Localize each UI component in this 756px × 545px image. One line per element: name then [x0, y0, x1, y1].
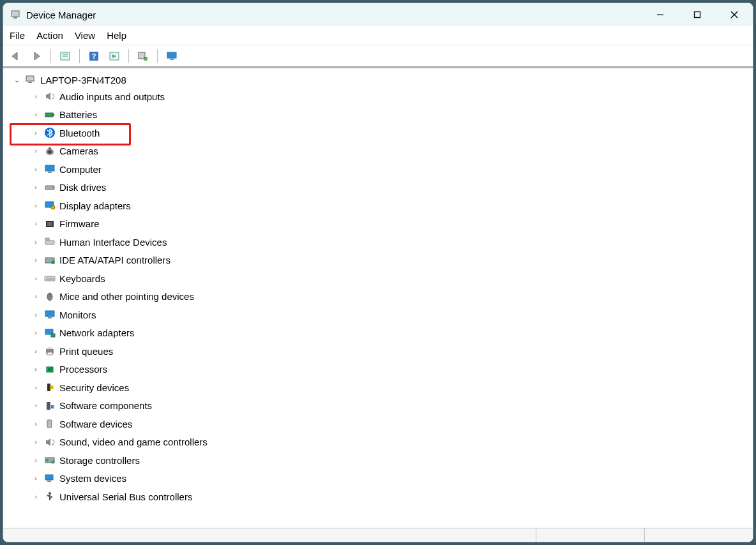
menu-file[interactable]: File: [10, 30, 25, 41]
hid-icon: [43, 235, 57, 248]
tree-category-usb[interactable]: ›Universal Serial Bus controllers: [6, 488, 753, 506]
back-button[interactable]: [7, 48, 25, 64]
svg-rect-17: [170, 59, 174, 60]
toolbar-separator: [157, 49, 158, 63]
toolbar-separator: [79, 49, 80, 63]
storage-icon: [43, 454, 57, 467]
menu-action[interactable]: Action: [36, 30, 63, 41]
chevron-right-icon[interactable]: ›: [31, 382, 40, 394]
system-icon: [43, 472, 57, 485]
tree-category-system[interactable]: ›System devices: [6, 470, 753, 488]
chevron-right-icon[interactable]: ›: [31, 181, 40, 193]
scan-hardware-button[interactable]: +: [134, 48, 152, 64]
tree-category-swcomp[interactable]: ›+Software components: [6, 397, 753, 415]
tree-category-mouse[interactable]: ›Mice and other pointing devices: [6, 288, 753, 306]
chevron-right-icon[interactable]: ›: [31, 108, 40, 121]
svg-rect-0: [11, 11, 19, 17]
chevron-right-icon[interactable]: ›: [31, 327, 40, 339]
security-icon: [43, 381, 57, 394]
svg-point-60: [52, 461, 55, 464]
tree-category-camera[interactable]: ›Cameras: [6, 142, 753, 161]
minimize-button[interactable]: [642, 3, 679, 26]
chevron-right-icon[interactable]: ›: [31, 91, 40, 103]
chevron-right-icon[interactable]: ›: [31, 127, 40, 139]
tree-category-security[interactable]: ›Security devices: [6, 378, 753, 397]
tree-category-bluetooth[interactable]: ›Bluetooth: [6, 124, 753, 142]
category-label: Universal Serial Bus controllers: [59, 489, 192, 505]
category-label: Print queues: [59, 343, 113, 360]
cpu-icon: [43, 363, 57, 376]
chevron-down-icon[interactable]: ⌄: [12, 76, 21, 84]
app-icon: [10, 9, 21, 20]
chevron-right-icon[interactable]: ›: [31, 272, 40, 285]
tree-category-display[interactable]: ›Display adapters: [6, 197, 753, 215]
category-label: Display adapters: [59, 198, 131, 214]
tree-category-speaker[interactable]: ›Audio inputs and outputs: [6, 87, 753, 106]
chevron-right-icon[interactable]: ›: [31, 200, 40, 212]
close-button[interactable]: [716, 3, 753, 26]
chevron-right-icon[interactable]: ›: [31, 309, 40, 321]
chevron-right-icon[interactable]: ›: [31, 363, 40, 375]
chevron-right-icon[interactable]: ›: [31, 399, 40, 412]
tree-category-network[interactable]: ›Network adapters: [6, 324, 753, 343]
tree-category-disk[interactable]: ›Disk drives: [6, 179, 753, 197]
svg-point-24: [49, 150, 52, 153]
svg-rect-57: [47, 420, 52, 428]
device-tree[interactable]: ⌄ LAPTOP-3FN4T208 ›Audio inputs and outp…: [3, 68, 753, 506]
svg-rect-61: [45, 475, 53, 480]
chevron-right-icon[interactable]: ›: [31, 145, 40, 157]
chevron-right-icon[interactable]: ›: [31, 491, 40, 503]
statusbar: [3, 528, 753, 542]
display-icon: [43, 199, 57, 212]
tree-category-swdev[interactable]: ›Software devices: [6, 415, 753, 433]
tree-category-battery[interactable]: ›Batteries: [6, 106, 753, 124]
category-label: Batteries: [59, 107, 97, 123]
chevron-right-icon[interactable]: ›: [31, 454, 40, 467]
chevron-right-icon[interactable]: ›: [31, 218, 40, 230]
forward-button[interactable]: [27, 48, 45, 64]
chevron-right-icon[interactable]: ›: [31, 236, 40, 248]
chevron-right-icon[interactable]: ›: [31, 436, 40, 448]
category-label: IDE ATA/ATAPI controllers: [59, 252, 170, 269]
category-label: Keyboards: [59, 271, 105, 287]
action-button[interactable]: [105, 48, 123, 64]
svg-rect-48: [47, 347, 52, 349]
tree-category-cpu[interactable]: ›Processors: [6, 361, 753, 379]
chevron-right-icon[interactable]: ›: [31, 418, 40, 430]
menu-help[interactable]: Help: [107, 30, 126, 41]
tree-category-keyboard[interactable]: ›Keyboards: [6, 269, 753, 288]
chevron-right-icon[interactable]: ›: [31, 472, 40, 484]
help-button[interactable]: ?: [85, 48, 103, 64]
menu-view[interactable]: View: [75, 30, 95, 41]
device-manager-window: Device Manager File Action View Help: [3, 3, 753, 542]
svg-point-59: [46, 459, 49, 461]
maximize-button[interactable]: [679, 3, 716, 26]
firmware-icon: [43, 218, 57, 230]
tree-category-firmware[interactable]: ›Firmware: [6, 215, 753, 234]
category-label: Storage controllers: [59, 452, 140, 469]
show-hide-tree-button[interactable]: [56, 48, 74, 64]
svg-rect-43: [45, 311, 54, 317]
tree-category-sound[interactable]: ›Sound, video and game controllers: [6, 433, 753, 452]
chevron-right-icon[interactable]: ›: [31, 254, 40, 266]
tree-category-hid[interactable]: ›Human Interface Devices: [6, 233, 753, 251]
disk-icon: [43, 181, 57, 194]
category-label: Monitors: [59, 307, 96, 324]
printer-icon: [43, 345, 57, 357]
battery-icon: [43, 108, 57, 121]
chevron-right-icon[interactable]: ›: [31, 290, 40, 302]
tree-category-storage[interactable]: ›Storage controllers: [6, 451, 753, 470]
tree-category-printer[interactable]: ›Print queues: [6, 342, 753, 361]
svg-text:+: +: [144, 57, 147, 61]
category-label: Mice and other pointing devices: [59, 288, 194, 305]
category-label: Network adapters: [59, 325, 135, 341]
monitor-icon-button[interactable]: [163, 48, 181, 64]
tree-category-computer[interactable]: ›Computer: [6, 160, 753, 179]
chevron-right-icon[interactable]: ›: [31, 345, 40, 357]
svg-rect-21: [53, 114, 54, 116]
svg-rect-33: [47, 222, 52, 226]
chevron-right-icon[interactable]: ›: [31, 163, 40, 175]
tree-root[interactable]: ⌄ LAPTOP-3FN4T208: [6, 72, 753, 87]
tree-category-ide[interactable]: ›IDE ATA/ATAPI controllers: [6, 251, 753, 270]
tree-category-monitor[interactable]: ›Monitors: [6, 306, 753, 324]
